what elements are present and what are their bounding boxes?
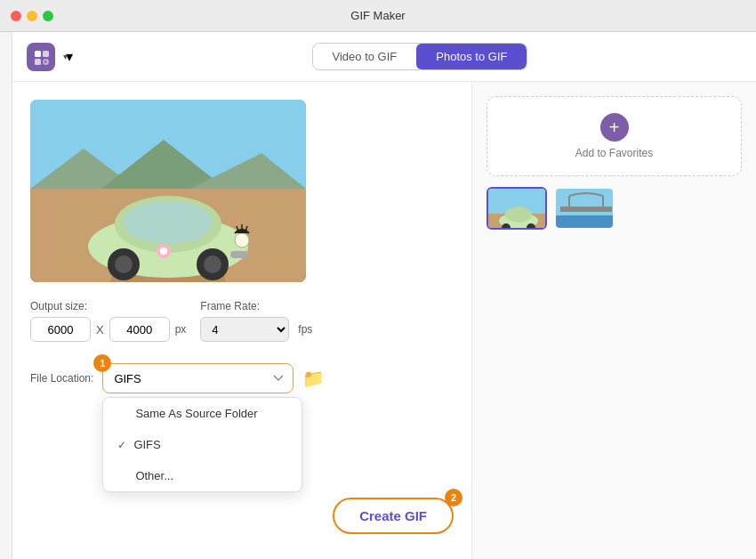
minimize-button[interactable]	[27, 11, 37, 21]
svg-point-24	[160, 247, 167, 255]
file-location-label: File Location:	[30, 372, 93, 385]
size-inputs: X px	[30, 317, 186, 342]
photo-preview	[30, 100, 306, 282]
left-panel: Output size: X px Frame Rate: 4	[12, 82, 471, 559]
create-gif-button[interactable]: Create GIF	[333, 498, 454, 534]
file-location-select-wrapper: 1 GIFS Same As Source Folder Other... Sa…	[102, 363, 294, 393]
fps-label: fps	[298, 323, 312, 336]
px-label: px	[175, 323, 187, 336]
add-to-favorites-box[interactable]: + Add to Favorites	[487, 96, 742, 176]
title-bar: GIF Maker	[0, 0, 756, 32]
close-button[interactable]	[11, 11, 21, 21]
app-body: + ▾ Video to GIF Photos to GIF	[0, 32, 756, 559]
tab-group: Video to GIF Photos to GIF	[312, 43, 528, 70]
svg-rect-32	[556, 215, 615, 230]
output-size-label: Output size:	[30, 300, 186, 312]
add-favorites-icon: +	[600, 113, 629, 142]
toolbar: + ▾ Video to GIF Photos to GIF	[12, 32, 756, 82]
svg-rect-33	[560, 207, 612, 212]
svg-rect-0	[35, 51, 41, 57]
left-sidebar	[0, 32, 12, 559]
tab-video-to-gif[interactable]: Video to GIF	[313, 44, 417, 69]
thumbnail-1[interactable]	[487, 187, 547, 230]
file-location-row: File Location: 1 GIFS Same As Source Fol…	[30, 363, 454, 393]
svg-rect-14	[230, 251, 248, 258]
traffic-lights	[11, 11, 53, 21]
dropdown-same-as-source[interactable]: Same As Source Folder	[103, 398, 302, 429]
logo-chevron: ▾	[66, 48, 87, 65]
svg-point-13	[124, 201, 213, 244]
dropdown-other[interactable]: Other...	[103, 460, 302, 491]
app-logo-button[interactable]: +	[27, 43, 55, 71]
app-title: GIF Maker	[350, 9, 405, 22]
framerate-group: Frame Rate: 4 8 12 24 fps	[200, 300, 312, 342]
svg-point-15	[235, 233, 249, 247]
svg-text:+: +	[44, 59, 47, 65]
svg-point-28	[505, 207, 532, 223]
favorites-label: Add to Favorites	[575, 147, 653, 159]
frame-rate-label: Frame Rate:	[200, 300, 312, 312]
thumbnail-2[interactable]	[554, 187, 615, 230]
thumbnails-row	[487, 187, 742, 230]
create-gif-area: 2 Create GIF	[333, 498, 454, 534]
tab-photos-to-gif[interactable]: Photos to GIF	[416, 44, 527, 69]
settings-row: Output size: X px Frame Rate: 4	[30, 300, 454, 342]
dropdown-gifs[interactable]: GIFS	[103, 429, 302, 460]
folder-icon[interactable]: 📁	[302, 368, 325, 389]
output-size-group: Output size: X px	[30, 300, 186, 342]
svg-point-22	[204, 255, 221, 273]
svg-rect-1	[43, 51, 49, 57]
frame-rate-select[interactable]: 4 8 12 24	[200, 317, 289, 342]
height-input[interactable]	[109, 317, 170, 342]
file-location-dropdown: Same As Source Folder GIFS Other...	[102, 397, 302, 492]
main-content: + ▾ Video to GIF Photos to GIF	[12, 32, 756, 559]
svg-point-20	[115, 255, 133, 273]
svg-rect-2	[35, 59, 41, 65]
width-input[interactable]	[30, 317, 91, 342]
right-panel: + Add to Favorites	[471, 82, 756, 559]
preview-image	[30, 100, 306, 282]
file-location-select[interactable]: GIFS Same As Source Folder Other...	[102, 363, 294, 393]
size-x-separator: X	[96, 323, 104, 336]
content-area: Output size: X px Frame Rate: 4	[12, 82, 756, 559]
maximize-button[interactable]	[43, 11, 53, 21]
badge-2: 2	[445, 489, 462, 506]
